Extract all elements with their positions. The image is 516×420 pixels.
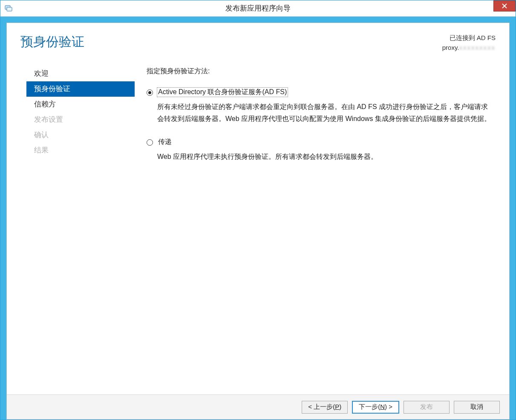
app-icon bbox=[5, 5, 12, 12]
wizard-panel: 预身份验证 已连接到 AD FS proxy.xxxxxxxxx 欢迎 预身份验… bbox=[6, 23, 510, 420]
panel-header: 预身份验证 已连接到 AD FS proxy.xxxxxxxxx bbox=[7, 23, 509, 63]
preauth-method-group: Active Directory 联合身份验证服务(AD FS) 所有未经过身份… bbox=[147, 88, 494, 163]
panel-body: 欢迎 预身份验证 信赖方 发布设置 确认 结果 指定预身份验证方法: Activ… bbox=[7, 63, 509, 394]
step-result: 结果 bbox=[26, 143, 135, 158]
content-area: 指定预身份验证方法: Active Directory 联合身份验证服务(AD … bbox=[135, 63, 509, 394]
previous-button[interactable]: < 上一步(P) bbox=[302, 401, 348, 414]
publish-button: 发布 bbox=[404, 401, 450, 414]
radio-adfs-label[interactable]: Active Directory 联合身份验证服务(AD FS) bbox=[157, 88, 288, 97]
radio-adfs-description: 所有未经过身份验证的客户端请求都会重定向到联合服务器。在由 AD FS 成功进行… bbox=[157, 101, 494, 125]
instruction-text: 指定预身份验证方法: bbox=[147, 67, 494, 76]
step-relyingparty[interactable]: 信赖方 bbox=[26, 97, 135, 112]
next-button[interactable]: 下一步(N) > bbox=[352, 401, 399, 414]
step-welcome[interactable]: 欢迎 bbox=[26, 66, 135, 81]
option-passthrough[interactable]: 传递 Web 应用程序代理未执行预身份验证。所有请求都会转发到后端服务器。 bbox=[147, 138, 494, 163]
page-title: 预身份验证 bbox=[20, 33, 84, 52]
status-line1: 已连接到 AD FS bbox=[442, 33, 496, 43]
step-confirm: 确认 bbox=[26, 127, 135, 143]
window-title: 发布新应用程序向导 bbox=[0, 3, 516, 13]
radio-passthrough-label[interactable]: 传递 bbox=[157, 138, 173, 147]
titlebar: 发布新应用程序向导 bbox=[0, 0, 516, 17]
radio-adfs[interactable] bbox=[147, 89, 153, 96]
step-preauth[interactable]: 预身份验证 bbox=[26, 81, 135, 97]
step-publishsettings: 发布设置 bbox=[26, 112, 135, 127]
radio-passthrough-description: Web 应用程序代理未执行预身份验证。所有请求都会转发到后端服务器。 bbox=[157, 151, 494, 163]
wizard-window: 发布新应用程序向导 预身份验证 已连接到 AD FS proxy.xxxxxxx… bbox=[0, 0, 516, 420]
wizard-frame: 预身份验证 已连接到 AD FS proxy.xxxxxxxxx 欢迎 预身份验… bbox=[0, 17, 516, 420]
option-adfs[interactable]: Active Directory 联合身份验证服务(AD FS) 所有未经过身份… bbox=[147, 88, 494, 125]
connection-status: 已连接到 AD FS proxy.xxxxxxxxx bbox=[442, 33, 496, 52]
close-icon bbox=[502, 3, 507, 10]
wizard-steps: 欢迎 预身份验证 信赖方 发布设置 确认 结果 bbox=[26, 66, 135, 394]
cancel-button[interactable]: 取消 bbox=[454, 401, 500, 414]
radio-passthrough[interactable] bbox=[147, 139, 153, 146]
status-hostname-blurred: xxxxxxxxx bbox=[459, 44, 496, 51]
wizard-footer: < 上一步(P) 下一步(N) > 发布 取消 bbox=[7, 394, 509, 419]
svg-rect-1 bbox=[7, 7, 12, 11]
status-line2: proxy.xxxxxxxxx bbox=[442, 43, 496, 53]
close-button[interactable] bbox=[493, 0, 516, 12]
